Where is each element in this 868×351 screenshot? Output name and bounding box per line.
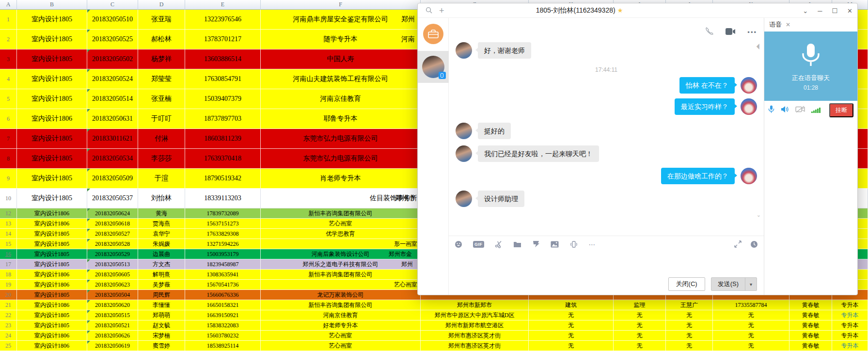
sheet-cell[interactable]: 无 — [713, 320, 789, 331]
sheet-cell[interactable]: 201832050534 — [87, 149, 138, 169]
sheet-cell[interactable]: 耶鲁专升本 — [261, 109, 421, 129]
sticker-collection-icon[interactable] — [532, 240, 540, 248]
sheet-cell[interactable]: 8 — [0, 149, 17, 169]
sheet-cell[interactable]: 无 — [713, 310, 789, 320]
sheet-cell[interactable]: 室内设计1806 — [17, 219, 87, 229]
sheet-cell[interactable]: 21 — [0, 300, 17, 310]
sheet-cell[interactable]: 室内设计1805 — [17, 320, 87, 331]
panel-collapse-bottom-icon[interactable]: ⌄ — [757, 212, 761, 218]
sheet-cell[interactable]: 中国人寿 — [261, 49, 421, 69]
sheet-cell[interactable]: 河南山夫建筑装饰工程有限公司 — [261, 69, 421, 89]
message-history[interactable]: 好，谢谢老师 17:44:11 怡林 在不在？ 最近实习咋样？ 挺好的 — [449, 18, 764, 236]
sheet-cell[interactable]: 郑萌萌 — [138, 310, 185, 320]
sheet-cell[interactable]: 无 — [529, 310, 614, 320]
sheet-cell[interactable]: 15 — [0, 239, 17, 249]
sheet-cell[interactable]: 艺心画室 — [261, 331, 421, 341]
sheet-cell[interactable]: 无 — [614, 341, 666, 351]
sheet-cell[interactable]: 15003953179 — [185, 249, 261, 259]
sheet-cell[interactable]: 黄海 — [138, 208, 185, 219]
sheet-cell[interactable]: 18538925114 — [185, 341, 261, 351]
sheet-cell[interactable]: 河南京佳教育 — [261, 310, 421, 320]
sheet-cell[interactable]: 河南鼎丰房屋安全鉴定有限公司 — [261, 10, 421, 30]
sheet-cell[interactable]: 解明熹 — [138, 270, 185, 280]
column-header[interactable]: D — [138, 0, 185, 10]
sheet-cell[interactable]: 于叮叮 — [138, 109, 185, 129]
self-avatar[interactable] — [741, 77, 757, 94]
voice-tab-close-icon[interactable]: ✕ — [786, 21, 790, 28]
sheet-cell[interactable]: 201832050514 — [87, 89, 138, 109]
toolbar-more-icon[interactable]: ⋯ — [589, 240, 597, 248]
sheet-cell[interactable]: 室内设计1805 — [17, 69, 87, 89]
column-header[interactable]: B — [17, 0, 87, 10]
sheet-cell[interactable]: 18339113203 — [185, 189, 261, 208]
sheet-cell[interactable]: 2 — [0, 30, 17, 49]
sheet-cell[interactable]: 无 — [614, 331, 666, 341]
sheet-cell[interactable]: 郑州市惠济区英才街 — [421, 341, 529, 351]
sheet-cell[interactable]: 18790519342 — [185, 169, 261, 189]
sheet-cell[interactable]: 13603886514 — [185, 49, 261, 69]
sheet-cell[interactable]: 无 — [666, 341, 713, 351]
sheet-cell[interactable]: 郑州市新郑市航空港区 — [421, 320, 529, 331]
sheet-cell[interactable]: 25 — [0, 341, 17, 351]
sheet-cell[interactable]: 艺心画室 — [261, 280, 421, 290]
sheet-cell[interactable]: 新恒丰咨询集团有限公司 — [261, 208, 421, 219]
sheet-cell[interactable]: 室内设计1805 — [17, 169, 87, 189]
sheet-cell[interactable]: 201832050509 — [87, 169, 138, 189]
message-input[interactable] — [449, 252, 764, 273]
sheet-cell[interactable]: 专升本 — [832, 310, 868, 320]
sheet-cell[interactable]: 室内设计1805 — [17, 189, 87, 208]
sheet-cell[interactable]: 艺心画室 — [261, 341, 421, 351]
star-icon[interactable]: ★ — [617, 7, 623, 14]
screenshot-scissors-icon[interactable] — [495, 240, 503, 248]
sheet-cell[interactable]: 黄春敏 — [789, 320, 832, 331]
sheet-cell[interactable]: 201832050504 — [87, 290, 138, 300]
sheet-cell[interactable]: 张亚楠 — [138, 89, 185, 109]
sheet-cell[interactable]: 室内设计1806 — [17, 270, 87, 280]
sheet-cell[interactable]: 6 — [0, 109, 17, 129]
sheet-cell[interactable]: 袁华宁 — [138, 229, 185, 239]
sheet-cell[interactable]: 新恒丰咨询集团有限公司 — [261, 270, 421, 280]
sheet-cell[interactable]: 室内设计1805 — [17, 10, 87, 30]
sheet-cell[interactable]: 无 — [666, 310, 713, 320]
mute-mic-icon[interactable] — [768, 105, 774, 115]
sheet-cell[interactable]: 18737897703 — [185, 109, 261, 129]
sheet-cell[interactable]: 24 — [0, 331, 17, 341]
sheet-cell[interactable]: 13223976546 — [185, 10, 261, 30]
sheet-cell[interactable]: 201832050527 — [87, 229, 138, 239]
sheet-cell[interactable]: 方文杰 — [138, 259, 185, 270]
message-history-clock-icon[interactable] — [750, 240, 758, 248]
sheet-cell[interactable]: 郑州乐之道电子科技有限公司 — [261, 259, 421, 270]
sheet-cell[interactable]: 16 — [0, 249, 17, 259]
sheet-cell[interactable]: 无 — [713, 331, 789, 341]
sheet-cell[interactable]: 朱娓媛 — [138, 239, 185, 249]
sheet-cell[interactable]: 201832050618 — [87, 219, 138, 229]
sheet-cell[interactable]: 17630854791 — [185, 69, 261, 89]
sheet-cell[interactable]: 14 — [0, 229, 17, 239]
sheet-cell[interactable]: 建筑 — [529, 300, 614, 310]
sheet-cell[interactable]: 1 — [0, 10, 17, 30]
sheet-cell[interactable]: 郑州市惠济区英才街 — [421, 331, 529, 341]
sheet-cell[interactable]: 无 — [713, 341, 789, 351]
sheet-cell[interactable]: 于渲 — [138, 169, 185, 189]
sheet-cell[interactable]: 李莎莎 — [138, 149, 185, 169]
send-file-folder-icon[interactable] — [513, 241, 521, 248]
sheet-cell[interactable]: 201832050620 — [87, 300, 138, 310]
self-avatar[interactable] — [741, 168, 757, 184]
sheet-cell[interactable]: 201832050515 — [87, 310, 138, 320]
sheet-cell[interactable]: 12 — [0, 208, 17, 219]
sheet-cell[interactable]: 201832050623 — [87, 280, 138, 290]
sheet-cell[interactable]: 室内设计1805 — [17, 149, 87, 169]
sheet-cell[interactable]: 17633829308 — [185, 229, 261, 239]
sheet-cell[interactable]: 专升本 — [832, 341, 868, 351]
window-chevron-icon[interactable]: ⌄ — [803, 7, 808, 15]
sheet-cell[interactable]: 周民辉 — [138, 290, 185, 300]
sheet-cell[interactable]: 无 — [614, 310, 666, 320]
sheet-cell[interactable]: 无 — [666, 331, 713, 341]
sheet-cell[interactable]: 20 — [0, 290, 17, 300]
session-item-active[interactable] — [418, 51, 449, 83]
sheet-cell[interactable]: 15603780232 — [185, 331, 261, 341]
column-header[interactable]: E — [185, 0, 261, 10]
self-avatar[interactable] — [741, 98, 757, 115]
sheet-cell[interactable]: 201832050529 — [87, 249, 138, 259]
gif-icon[interactable]: GIF — [473, 241, 484, 248]
